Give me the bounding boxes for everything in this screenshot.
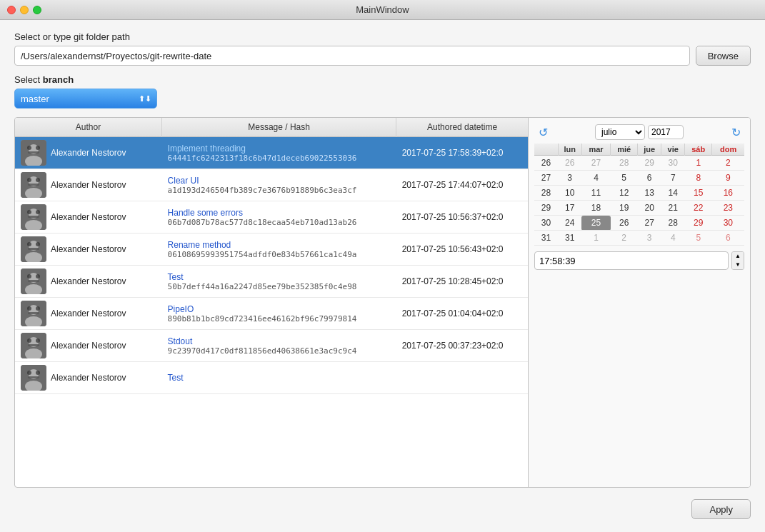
calendar-day[interactable]: 27 [581,156,610,171]
calendar-day[interactable]: 19 [611,201,638,216]
calendar-day[interactable]: 16 [712,186,744,201]
commit-message: Test [168,272,391,282]
calendar-day[interactable]: 3 [558,171,581,186]
col-author: Author [15,118,162,137]
calendar-day[interactable]: 2 [611,231,638,246]
calendar-day[interactable]: 18 [581,201,610,216]
calendar-day[interactable]: 26 [558,156,581,171]
svg-rect-5 [28,151,39,154]
calendar-day[interactable]: 6 [638,171,661,186]
table-row[interactable]: Alexander NestorovPipeIO890b81b1bc89cd72… [15,298,528,330]
calendar-day[interactable]: 28 [661,216,685,231]
minimize-button[interactable] [20,6,29,14]
calendar-month-select[interactable]: enerofebreromarzoabrilmayojuniojulioagos… [595,124,645,140]
commits-table[interactable]: Author Message / Hash Authored datetime … [15,118,529,487]
week-number: 27 [534,171,558,186]
calendar-day[interactable]: 4 [661,231,685,246]
calendar-day[interactable]: 29 [638,156,661,171]
author-name: Alexander Nestorov [51,341,126,351]
datetime-cell [396,362,528,394]
calendar-day[interactable]: 8 [685,171,712,186]
calendar-day[interactable]: 1 [581,231,610,246]
calendar-day[interactable]: 25 [581,216,610,231]
datetime-cell: 2017-07-25 17:44:07+02:0 [396,169,528,201]
calendar-day[interactable]: 6 [712,231,744,246]
calendar-day[interactable]: 3 [638,231,661,246]
avatar [21,204,46,230]
author-cell: Alexander Nestorov [15,266,162,298]
calendar-day[interactable]: 1 [685,156,712,171]
time-up-button[interactable]: ▲ [732,252,744,261]
calendar-day[interactable]: 5 [685,231,712,246]
calendar-day[interactable]: 2 [712,156,744,171]
svg-rect-35 [28,312,39,314]
calendar-day[interactable]: 13 [638,186,661,201]
calendar-day[interactable]: 31 [558,231,581,246]
svg-point-4 [36,146,40,150]
avatar [21,172,46,198]
calendar-prev-button[interactable]: ↺ [534,124,551,141]
calendar-day[interactable]: 5 [611,171,638,186]
calendar-year-input[interactable] [648,125,684,139]
title-bar: MainWindow [0,0,765,20]
calendar-day[interactable]: 24 [558,216,581,231]
calendar-day[interactable]: 12 [611,186,638,201]
calendar-day[interactable]: 4 [581,171,610,186]
calendar-day[interactable]: 30 [661,156,685,171]
svg-point-40 [36,338,40,343]
browse-button[interactable]: Browse [696,46,751,66]
close-button[interactable] [7,6,16,14]
window-title: MainWindow [356,4,409,15]
calendar-day[interactable]: 17 [558,201,581,216]
calendar-day[interactable]: 22 [685,201,712,216]
table-row[interactable]: Alexander NestorovTest [15,362,528,394]
calendar-day[interactable]: 9 [712,171,744,186]
calendar-day[interactable]: 27 [638,216,661,231]
table-row[interactable]: Alexander NestorovHandle some errors06b7… [15,201,528,234]
commit-hash: 06108695993951754adfdf0e834b57661ca1c49a [168,250,391,259]
calendar-header: ↺ enerofebreromarzoabrilmayojuniojulioag… [534,124,744,141]
commit-message: Clear UI [168,176,391,186]
table-row[interactable]: Alexander NestorovTest50b7deff44a16a2247… [15,266,528,298]
author-name: Alexander Nestorov [51,244,126,254]
commit-hash: 890b81b1bc89cd723416ee46162bf96c79979814 [168,314,391,323]
commit-hash: 06b7d087b78ac577d8c18ecaa54eb710ad13ab26 [168,218,391,227]
branch-select[interactable]: master develop main [14,89,157,109]
calendar-day[interactable]: 14 [661,186,685,201]
time-down-button[interactable]: ▼ [732,261,744,269]
calendar-day[interactable]: 29 [685,216,712,231]
calendar-day[interactable]: 11 [581,186,610,201]
svg-rect-41 [28,344,39,346]
svg-rect-29 [28,280,39,282]
calendar-day[interactable]: 15 [685,186,712,201]
message-cell: Clear UIa1d193d246504fb389c7e3676b91889b… [162,169,396,201]
branch-section: Select branch master develop main ⬆⬇ [14,74,751,109]
cal-day-header: mar [581,144,610,156]
datetime-cell: 2017-07-25 10:56:37+02:0 [396,201,528,234]
calendar-day[interactable]: 7 [661,171,685,186]
calendar-day[interactable]: 28 [611,156,638,171]
calendar-day[interactable]: 10 [558,186,581,201]
calendar-week-row: 3024252627282930 [534,216,744,231]
calendar-day[interactable]: 20 [638,201,661,216]
calendar-day[interactable]: 30 [712,216,744,231]
svg-point-9 [27,178,31,182]
maximize-button[interactable] [33,6,41,14]
calendar-next-button[interactable]: ↻ [727,124,744,141]
calendar-week-row: 3131123456 [534,231,744,246]
author-cell: Alexander Nestorov [15,201,162,234]
table-row[interactable]: Alexander NestorovClear UIa1d193d246504f… [15,169,528,201]
table-row[interactable]: Alexander NestorovImplement threading644… [15,137,528,169]
calendar-day[interactable]: 21 [661,201,685,216]
apply-button[interactable]: Apply [691,499,751,519]
table-row[interactable]: Alexander NestorovRename method061086959… [15,234,528,266]
calendar-day[interactable]: 23 [712,201,744,216]
path-section: Select or type git folder path Browse [14,31,751,66]
table-row[interactable]: Alexander NestorovStdout9c23970d417c0df8… [15,330,528,362]
calendar-day[interactable]: 26 [611,216,638,231]
commit-message: Test [168,373,391,383]
cal-week-header [534,144,558,156]
path-input[interactable] [14,46,690,66]
author-cell: Alexander Nestorov [15,330,162,362]
time-input[interactable] [534,251,729,270]
